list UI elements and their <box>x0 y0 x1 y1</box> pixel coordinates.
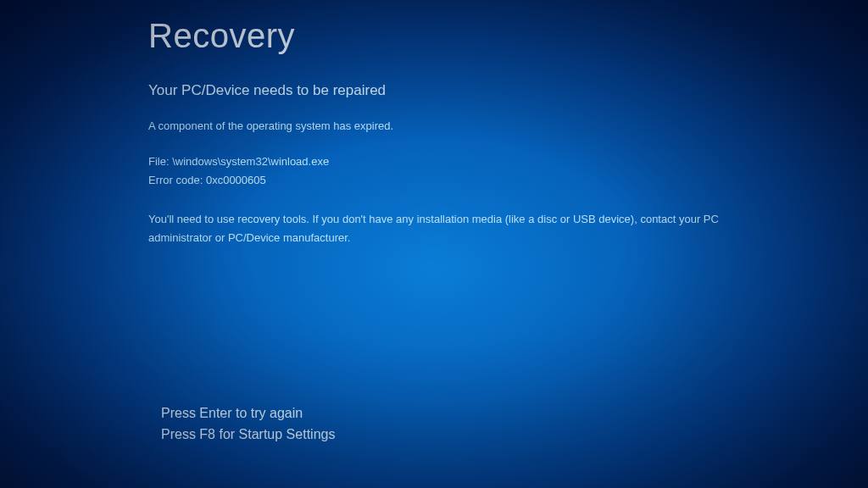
file-label: File: <box>148 155 172 168</box>
f8-prompt: Press F8 for Startup Settings <box>161 424 335 446</box>
error-code-value: 0xc0000605 <box>206 174 266 186</box>
file-line: File: \windows\system32\winload.exe <box>148 152 793 171</box>
error-description: A component of the operating system has … <box>148 119 793 132</box>
enter-prompt: Press Enter to try again <box>161 402 335 424</box>
error-details: File: \windows\system32\winload.exe Erro… <box>148 152 793 190</box>
key-prompts: Press Enter to try again Press F8 for St… <box>161 402 335 446</box>
error-heading: Your PC/Device needs to be repaired <box>148 82 793 99</box>
file-path: \windows\system32\winload.exe <box>172 155 329 168</box>
recovery-instructions: You'll need to use recovery tools. If yo… <box>148 210 776 247</box>
error-code-label: Error code: <box>148 174 206 186</box>
page-title: Recovery <box>148 17 793 55</box>
error-code-line: Error code: 0xc0000605 <box>148 171 793 190</box>
recovery-screen: Recovery Your PC/Device needs to be repa… <box>148 17 793 247</box>
